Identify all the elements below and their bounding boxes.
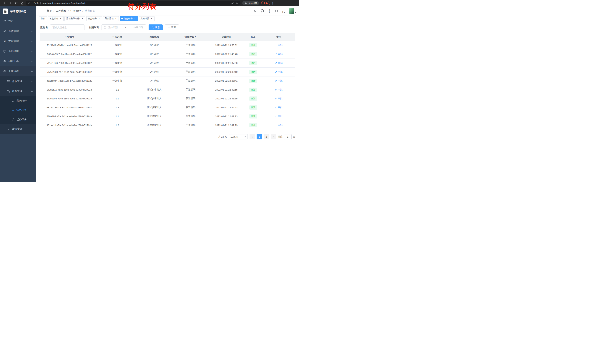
search-button[interactable]: 搜索 (149, 24, 163, 30)
approve-link[interactable]: 审批 (275, 43, 282, 47)
refresh-icon (168, 26, 170, 29)
key-icon[interactable] (231, 2, 234, 5)
active-tab-dot (121, 18, 123, 19)
font-size-icon[interactable]: TT (280, 8, 287, 14)
cell-process: OA 请假 (136, 58, 173, 67)
process-name-input[interactable] (50, 24, 84, 30)
sidebar-item-my-process[interactable]: 我的流程 (0, 96, 36, 105)
approve-link[interactable]: 审批 (275, 61, 282, 65)
tab-todo-tasks[interactable]: 待办任务 × (120, 16, 138, 21)
sidebar-item-process-mgmt[interactable]: 流程管理 (0, 76, 36, 86)
logo[interactable]: 芋道管理系统 (0, 6, 36, 16)
page-button-2[interactable]: 2 (264, 134, 269, 139)
cell-task-name: 1.2 (99, 121, 136, 129)
update-button[interactable]: 更新 (261, 1, 270, 5)
tab-my-process[interactable]: 我的流程 × (103, 16, 119, 21)
breadcrumb-task-mgmt[interactable]: 任务管理 (70, 9, 81, 13)
edit-icon (275, 71, 277, 73)
table-row: 8f0d1619-7ac8-11ec-a9e2-a2380e71991a 1.2… (40, 85, 295, 94)
page-size-select[interactable]: 10条/页 (229, 134, 248, 139)
prev-page-button[interactable] (249, 134, 255, 139)
sidebar-item-payment[interactable]: ¥ 支付管理 (0, 36, 36, 46)
star-icon[interactable] (235, 2, 238, 5)
address-bar[interactable]: 不安全 dashboard.yudao.iocoder.cn/bpm/task/… (25, 1, 241, 6)
approve-link[interactable]: 审批 (275, 70, 282, 73)
user-menu[interactable] (289, 8, 296, 14)
tab-done-tasks[interactable]: 已办任务 × (86, 16, 102, 21)
tab-label: 待办任务 (124, 17, 133, 20)
breadcrumb-workflow[interactable]: 工作流程 (56, 9, 66, 13)
cell-status: 激活 (244, 58, 262, 67)
help-icon[interactable]: ? (266, 8, 273, 14)
approve-link[interactable]: 审批 (275, 123, 282, 127)
sidebar-item-dev-tools[interactable]: 研发工具 (0, 56, 36, 66)
approve-link[interactable]: 审批 (275, 115, 282, 118)
cell-task-id: 069c6a63-7b8a-11ec-8ef0-acde48001122 (40, 50, 99, 58)
sidebar-item-task-mgmt[interactable]: 任务管理 (0, 86, 36, 96)
home-icon[interactable] (20, 0, 25, 6)
sidebar-item-done-tasks[interactable]: 已办任务 (0, 115, 36, 124)
next-page-button[interactable] (271, 134, 276, 139)
page-content: 流程名 创建时间 开始日期 - 结束日期 搜索 重置 (36, 22, 299, 182)
status-badge: 激活 (249, 43, 257, 47)
cell-starter: 芋道源码 (173, 76, 208, 85)
sidebar-item-leave-query[interactable]: 请假查询 (0, 124, 36, 134)
sidebar-item-label: 研发工具 (8, 60, 19, 63)
cell-process: 测试多审批人 (136, 112, 173, 121)
search-icon[interactable] (252, 8, 258, 14)
approve-link[interactable]: 审批 (275, 106, 282, 109)
cell-starter: 芋道源码 (173, 41, 208, 50)
monitor-icon (3, 50, 6, 53)
sidebar-item-home[interactable]: 首页 (0, 16, 36, 26)
close-icon[interactable]: × (98, 17, 100, 20)
tab-start-process[interactable]: 发起流程 × (48, 16, 64, 21)
tab-form-edit[interactable]: 流程表单-编辑 × (65, 16, 85, 21)
person-icon (7, 128, 10, 130)
github-icon[interactable] (259, 8, 266, 14)
status-badge: 激活 (249, 114, 257, 119)
approve-link[interactable]: 审批 (275, 88, 282, 91)
approve-link[interactable]: 审批 (275, 79, 282, 82)
process-name-label: 流程名 (40, 26, 48, 29)
cell-process: 测试多审批人 (136, 121, 173, 129)
forward-icon[interactable] (8, 0, 13, 6)
reset-button[interactable]: 重置 (165, 24, 179, 30)
status-badge: 激活 (249, 97, 257, 101)
cell-create-time: 2022-01-21 22:41:29 (208, 121, 244, 129)
close-icon[interactable]: × (150, 17, 153, 20)
approve-link[interactable]: 审批 (275, 97, 282, 100)
date-range-picker[interactable]: 开始日期 - 结束日期 (101, 24, 146, 30)
cell-process: OA 请假 (136, 41, 173, 50)
cell-task-id: 580e1b3d-7ac8-11ec-a9e2-a2380e71991a (40, 112, 99, 121)
navbar-actions: ? TT (252, 8, 296, 14)
tab-home[interactable]: 首页 (39, 16, 47, 21)
approve-link[interactable]: 审批 (275, 52, 282, 56)
close-icon[interactable]: × (59, 17, 62, 20)
cell-task-name: 一级审批 (99, 41, 136, 50)
cell-starter: 芋道源码 (173, 94, 208, 103)
question-glyph: ? (269, 10, 270, 12)
goto-page-input[interactable] (284, 134, 291, 139)
page-button-1[interactable]: 1 (257, 134, 262, 139)
close-icon[interactable]: × (133, 17, 136, 20)
breadcrumb-current: 待办任务 (85, 9, 95, 13)
sidebar-item-infrastructure[interactable]: 基础设施 (0, 46, 36, 56)
reload-icon[interactable] (14, 0, 19, 6)
tab-label: 流程表单-编辑 (66, 17, 80, 20)
cell-create-time: 2022-01-21 22:42:23 (208, 103, 244, 112)
cell-actions: 审批 (262, 50, 295, 58)
sidebar-item-workflow[interactable]: 工作流程 (0, 66, 36, 76)
close-icon[interactable]: × (81, 17, 84, 20)
kebab-menu-icon[interactable]: ⋮ (271, 1, 274, 5)
sidebar-toggle-icon[interactable] (39, 8, 45, 14)
header-create-time: 创建时间 (208, 33, 244, 41)
close-icon[interactable]: × (115, 17, 117, 20)
avatar[interactable] (289, 8, 294, 14)
breadcrumb-home[interactable]: 首页 (47, 9, 52, 13)
fullscreen-icon[interactable] (273, 8, 280, 14)
header-task-id: 任务编号 (40, 33, 99, 41)
sidebar-item-todo-tasks[interactable]: 待办任务 (0, 105, 36, 115)
tab-process-detail[interactable]: 流程详情 × (139, 16, 155, 21)
back-icon[interactable] (2, 0, 7, 6)
sidebar-item-system[interactable]: 系统管理 (0, 26, 36, 36)
